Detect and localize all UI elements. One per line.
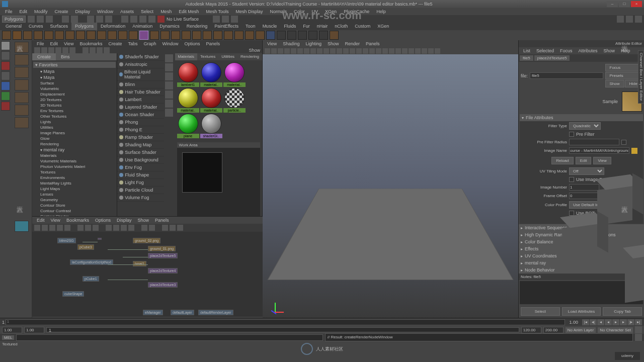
hypershade-layout-icon[interactable] <box>15 79 29 90</box>
menu-mesh[interactable]: Mesh <box>157 8 175 15</box>
hs-menu-file[interactable]: File <box>34 40 47 47</box>
tree-maya2[interactable]: ▾ Maya <box>33 74 116 80</box>
node-ground01[interactable]: ground_01.png <box>148 246 176 251</box>
vp-tool-26[interactable] <box>428 48 434 54</box>
show-button[interactable]: Show <box>605 80 624 87</box>
node-p2dtex5[interactable]: place2dTexture5 <box>148 253 178 258</box>
tree-mentalray[interactable]: ▾ mental ray <box>33 147 116 153</box>
hs-menu-graph[interactable]: Graph <box>141 40 158 47</box>
step-back-button[interactable]: ◂ <box>597 319 604 325</box>
mat-tab-utilities[interactable]: Utilities <box>218 53 237 60</box>
editor-icon[interactable] <box>626 16 633 23</box>
pfr-check[interactable] <box>621 140 626 145</box>
vp-tool-27[interactable] <box>435 48 440 54</box>
hs-tool-8[interactable] <box>90 47 96 53</box>
ng-tool-13[interactable] <box>141 225 147 231</box>
hs-tool-3[interactable] <box>48 47 54 53</box>
hs-tool-10[interactable] <box>104 47 110 53</box>
snap-curve-icon[interactable] <box>130 16 137 23</box>
tree-rendering[interactable]: Rendering <box>33 141 116 147</box>
work-node[interactable] <box>182 152 222 193</box>
tree-mr-geometry[interactable]: Geometry <box>33 197 116 203</box>
ng-tool-5[interactable] <box>64 225 70 231</box>
vp-menu-shading[interactable]: Shading <box>280 40 302 47</box>
reload-button[interactable]: Reload <box>551 157 573 164</box>
shader-shaderfx[interactable]: Shaderfx Shader <box>117 53 164 61</box>
tree-favorites[interactable]: ▾ Favorites <box>33 62 116 68</box>
range-start-input[interactable] <box>2 327 22 333</box>
shader-envfog[interactable]: Env Fog <box>117 164 164 171</box>
tab-nhair[interactable]: nHair <box>313 23 332 30</box>
vp-tool-14[interactable] <box>350 48 355 54</box>
shader-particlecloud[interactable]: Particle Cloud <box>117 187 164 194</box>
vp-tool-1[interactable] <box>265 48 270 54</box>
snap-grid-icon[interactable] <box>121 16 128 23</box>
mat-material3[interactable]: material.. <box>223 62 246 87</box>
vp-menu-panels[interactable]: Panels <box>363 40 382 47</box>
node-defrender[interactable]: defaultRenderLayer <box>198 310 233 315</box>
shader-ocean[interactable]: Ocean Shader <box>117 111 164 119</box>
menu-xgen[interactable]: XGen <box>322 8 340 15</box>
frame-off-input[interactable] <box>569 193 599 199</box>
tab-general[interactable]: General <box>2 23 25 30</box>
ng-tool-10[interactable] <box>113 225 119 231</box>
tree-lights[interactable]: Lights <box>33 119 116 125</box>
vp-tool-4[interactable] <box>284 48 290 54</box>
poly-cylinder-icon[interactable] <box>23 31 32 40</box>
tree-mr-cstore[interactable]: Contour Store <box>33 203 116 208</box>
shader-usebackground[interactable]: Use Background <box>117 156 164 164</box>
ng-tool-11[interactable] <box>121 225 127 231</box>
tool-icon[interactable] <box>635 16 642 23</box>
ng-tool-15[interactable] <box>162 225 168 231</box>
filter-type-select[interactable]: Quadratic <box>569 122 601 130</box>
menu-display[interactable]: Display <box>72 8 94 15</box>
tree-volumetric[interactable]: Volumetric <box>33 86 116 92</box>
tab-deformation[interactable]: Deformation <box>97 23 129 30</box>
tree-surface[interactable]: Surface <box>33 80 116 86</box>
menu-color[interactable]: Color <box>291 8 308 15</box>
mat-side-5[interactable] <box>165 90 173 99</box>
mat-material4[interactable]: material.. <box>177 88 199 113</box>
uv-tiling-select[interactable]: Off <box>569 167 604 175</box>
menu-window[interactable]: Window <box>94 8 116 15</box>
poly-disc-icon[interactable] <box>65 31 74 40</box>
node-p2dtex3[interactable]: place2dTexture3 <box>148 282 178 288</box>
undo-icon[interactable] <box>62 16 69 23</box>
hs-menu-panels[interactable]: Panels <box>204 40 223 47</box>
mat-tab-textures[interactable]: Textures <box>197 53 218 60</box>
shader-shadingmap[interactable]: Shading Map <box>117 141 164 149</box>
node-shape[interactable]: cubeShape <box>62 291 84 297</box>
single-view-icon[interactable] <box>15 42 29 53</box>
viewport-canvas[interactable] <box>263 54 518 318</box>
mirror-icon[interactable] <box>277 31 286 40</box>
tab-rendering[interactable]: Rendering <box>183 23 211 30</box>
attr-menu-selected[interactable]: Selected <box>534 47 556 54</box>
tab-dynamics[interactable]: Dynamics <box>156 23 183 30</box>
mat-side-7[interactable] <box>165 109 173 117</box>
autokey-icon[interactable] <box>635 326 642 333</box>
step-fwd-button[interactable]: ▸ <box>620 319 627 325</box>
tab-ncloth[interactable]: nCloth <box>331 23 351 30</box>
vp-tool-24[interactable] <box>415 48 421 54</box>
custom-layout-icon[interactable] <box>15 117 29 128</box>
goto-end-button[interactable]: ▸| <box>635 319 642 325</box>
tree-mr-lights[interactable]: MentalRay Lights <box>33 180 116 186</box>
vp-tool-10[interactable] <box>324 48 329 54</box>
four-view-icon[interactable] <box>15 54 29 65</box>
bins-tab[interactable]: Bins <box>56 53 75 60</box>
tab-polygons[interactable]: Polygons <box>71 23 97 30</box>
vp-menu-lighting[interactable]: Lighting <box>303 40 324 47</box>
vp-tool-23[interactable] <box>409 48 414 54</box>
menu-normals[interactable]: Normals <box>267 8 290 15</box>
hs-tool-5[interactable] <box>62 47 68 53</box>
rotate-tool[interactable] <box>1 81 10 90</box>
vp-tool-16[interactable] <box>363 48 368 54</box>
shader-phong[interactable]: Phong <box>117 119 164 126</box>
mat-side-4[interactable] <box>165 81 173 89</box>
shader-phonge[interactable]: Phong E <box>117 126 164 134</box>
attr-menu-list[interactable]: List <box>521 47 533 54</box>
load-attrs-button[interactable]: Load Attributes <box>562 307 601 316</box>
cube-3[interactable] <box>562 222 602 268</box>
mat-side-1[interactable] <box>165 54 173 62</box>
render-icon[interactable] <box>213 16 220 23</box>
